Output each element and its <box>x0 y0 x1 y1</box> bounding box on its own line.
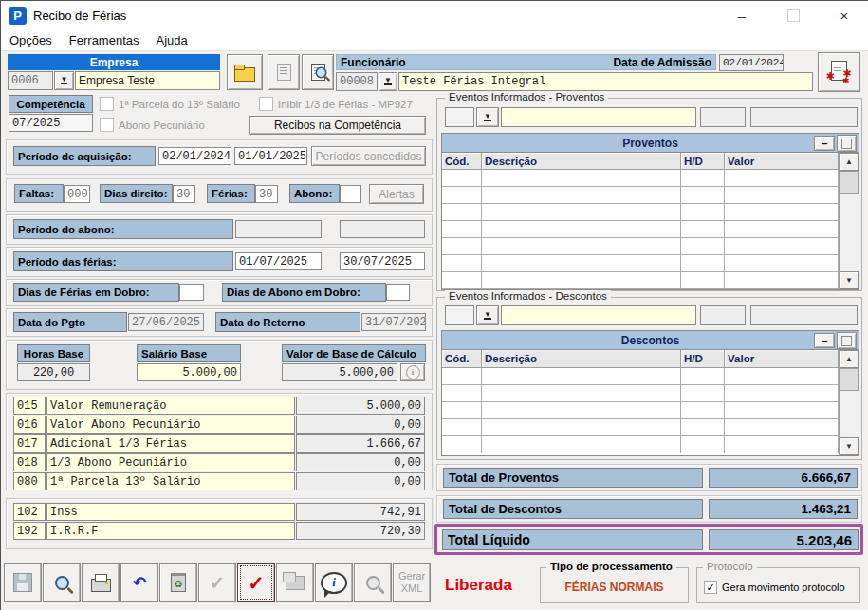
col-valor[interactable]: Valor <box>725 153 839 170</box>
gerar-xml-button[interactable]: Gerar XML <box>393 563 431 602</box>
grid-row[interactable] <box>442 238 839 255</box>
ferias-fim-field[interactable]: 30/07/2025 <box>340 252 425 270</box>
grid-row[interactable] <box>442 221 839 238</box>
scroll-thumb[interactable] <box>840 368 859 391</box>
open-company-button[interactable] <box>227 54 263 90</box>
menu-ajuda[interactable]: Ajuda <box>148 33 196 47</box>
export-icon <box>286 576 305 590</box>
desc-evento-hd-field[interactable] <box>700 305 746 325</box>
grid-row[interactable] <box>442 436 839 453</box>
abono-fim-field[interactable] <box>340 220 425 238</box>
total-liquido-label: Total Líquido <box>442 529 703 550</box>
desc-evento-dropdown-button[interactable]: ▼ <box>476 305 499 325</box>
dropdown-arrow-icon: ▼ <box>384 78 392 85</box>
alertas-button[interactable]: Alertas <box>369 184 424 204</box>
abono-inicio-field[interactable] <box>235 220 322 238</box>
abono-dias-field[interactable] <box>340 185 361 203</box>
competencia-field[interactable]: 07/2025 <box>9 114 93 132</box>
prov-evento-dropdown-button[interactable]: ▼ <box>476 107 499 127</box>
grid-maximize-button[interactable] <box>837 135 857 152</box>
prov-evento-valor-field[interactable] <box>750 107 858 127</box>
maximize-button[interactable] <box>771 1 815 29</box>
ferias-dias-field[interactable]: 30 <box>255 185 278 203</box>
release-button[interactable]: ✓ <box>237 563 275 602</box>
proventos-grid-titlebar: Proventos – <box>442 134 859 153</box>
col-cod[interactable]: Cód. <box>442 350 482 368</box>
process-button[interactable] <box>268 54 300 90</box>
protocolo-checkbox[interactable]: ✓ Gera movimento protocolo <box>704 581 845 594</box>
descontos-scrollbar[interactable]: ▲ ▼ <box>839 350 859 455</box>
save-button[interactable] <box>4 563 42 602</box>
confirm-button[interactable]: ✓ <box>198 563 236 602</box>
prov-evento-desc-field[interactable] <box>501 107 696 127</box>
empresa-code-field[interactable]: 0006 <box>8 71 53 90</box>
calc-receipt-button[interactable]: ✱ ✱ ✱ <box>818 52 860 92</box>
checkbox-abono-pecuniario[interactable]: Abono Pecuniário <box>100 118 205 132</box>
minimize-button[interactable]: – <box>720 1 764 29</box>
grid-row[interactable] <box>442 187 839 204</box>
scroll-down-icon[interactable]: ▼ <box>840 437 859 455</box>
menu-opcoes[interactable]: Opções <box>1 33 61 47</box>
imposto-cod-field: 192 <box>13 522 46 540</box>
undo-button[interactable]: ↶ <box>120 563 158 602</box>
col-hd[interactable]: H/D <box>681 350 725 368</box>
ferias-inicio-field[interactable]: 01/07/2025 <box>235 252 322 270</box>
empresa-dropdown-button[interactable]: ▼ <box>54 71 74 90</box>
funcionario-name-field[interactable]: Teste Férias Integral <box>398 72 813 91</box>
grid-row[interactable] <box>442 170 839 187</box>
col-descricao[interactable]: Descrição <box>482 153 681 170</box>
scroll-thumb[interactable] <box>840 171 859 194</box>
proventos-grid-title: Proventos <box>622 137 678 150</box>
transfer-button[interactable] <box>276 563 314 602</box>
scroll-up-icon[interactable]: ▲ <box>840 153 859 171</box>
recibo-de-ferias-window: P Recibo de Férias – × Opções Ferramenta… <box>0 0 868 610</box>
grid-row[interactable] <box>442 204 839 221</box>
grid-row[interactable] <box>442 385 839 402</box>
search-button[interactable] <box>43 563 81 602</box>
grid-row[interactable] <box>442 255 839 272</box>
grid-row[interactable] <box>442 368 839 385</box>
grid-maximize-button[interactable] <box>837 332 857 349</box>
delete-button[interactable]: ♻ <box>159 563 197 602</box>
empresa-name-field[interactable]: Empresa Teste <box>75 71 220 90</box>
desc-evento-valor-field[interactable] <box>750 305 858 325</box>
abono-dobro-field[interactable] <box>386 284 410 301</box>
periodos-concedidos-button[interactable]: Períodos concedidos <box>311 146 426 166</box>
scroll-down-icon[interactable]: ▼ <box>840 271 859 289</box>
tipo-processamento-legend: Tipo de processamento <box>546 561 676 572</box>
info-button[interactable]: i <box>315 563 353 602</box>
print-button[interactable] <box>82 563 120 602</box>
grid-row[interactable] <box>442 272 839 289</box>
empresa-header: Empresa <box>8 54 220 70</box>
grid-row[interactable] <box>442 402 839 419</box>
grid-minimize-button[interactable]: – <box>814 136 835 151</box>
proventos-scrollbar[interactable]: ▲ ▼ <box>839 153 859 289</box>
col-hd[interactable]: H/D <box>681 153 725 170</box>
scroll-up-icon[interactable]: ▲ <box>840 350 859 368</box>
prov-evento-code-field[interactable] <box>445 107 474 127</box>
menu-ferramentas[interactable]: Ferramentas <box>61 33 148 47</box>
preview-button[interactable] <box>302 54 334 90</box>
aquisicao-fim-field[interactable]: 01/01/2025 <box>234 147 307 165</box>
checkbox-parcela13[interactable]: 1ª Parcela do 13º Salário <box>100 97 240 111</box>
funcionario-dropdown-button[interactable]: ▼ <box>379 72 397 91</box>
recibos-competencia-button[interactable]: Recibos na Competência <box>249 116 426 135</box>
desc-evento-desc-field[interactable] <box>501 305 696 325</box>
close-button[interactable]: × <box>822 1 866 29</box>
base-info-button[interactable]: i <box>400 363 425 381</box>
col-cod[interactable]: Cód. <box>442 153 482 170</box>
ferias-dobro-field[interactable] <box>179 284 204 301</box>
col-descricao[interactable]: Descrição <box>482 350 681 368</box>
grid-minimize-button[interactable]: – <box>814 333 835 348</box>
prov-evento-hd-field[interactable] <box>700 107 746 127</box>
dias-direito-field[interactable]: 30 <box>173 185 195 203</box>
desc-evento-code-field[interactable] <box>445 305 474 325</box>
faltas-field[interactable]: 000 <box>64 185 90 203</box>
checkbox-inibir-terco[interactable]: Inibir 1/3 de Férias - MP927 <box>259 97 413 111</box>
cancel-search-button[interactable] <box>354 563 392 602</box>
funcionario-code-field[interactable]: 00008 <box>336 72 378 91</box>
aquisicao-inicio-field[interactable]: 02/01/2024 <box>158 147 231 165</box>
salario-base-field[interactable]: 5.000,00 <box>137 363 241 381</box>
grid-row[interactable] <box>442 419 839 436</box>
col-valor[interactable]: Valor <box>725 350 839 368</box>
